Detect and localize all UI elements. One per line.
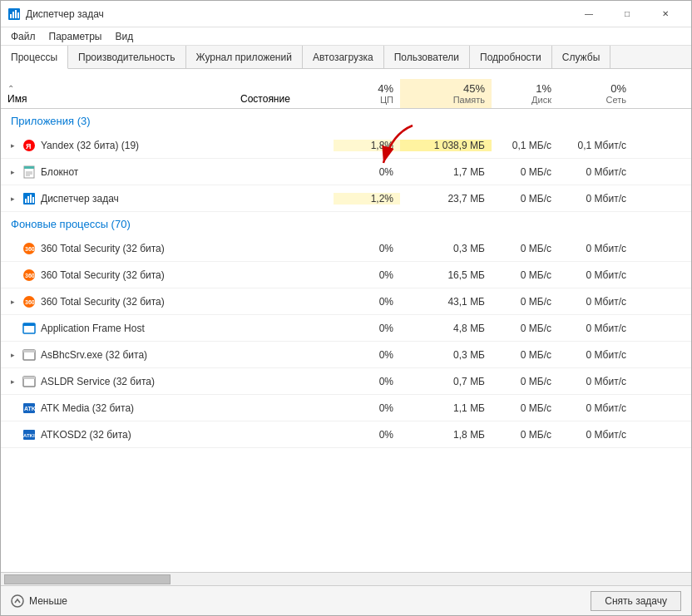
table-row[interactable]: ▸ AsBhcSrv.exe (32 бита) 0% 0,3 МБ 0 МБ/… <box>1 342 691 368</box>
tab-users[interactable]: Пользователи <box>384 46 470 69</box>
table-row[interactable]: ▸ 360 360 Total Security (32 бита) 0% 43… <box>1 288 691 315</box>
end-task-button[interactable]: Снять задачу <box>591 591 681 611</box>
horizontal-scrollbar[interactable] <box>1 572 691 585</box>
col-mem-label: Память <box>453 95 485 105</box>
row-mem-atkosd2: 1,8 МБ <box>400 429 492 441</box>
menu-file[interactable]: Файл <box>4 27 42 46</box>
status-bar: Меньше Снять задачу <box>1 585 691 615</box>
chevron-up-icon <box>11 594 24 608</box>
row-name-asldr: ▸ ASLDR Service (32 бита) <box>1 375 234 388</box>
hscroll-thumb[interactable] <box>4 574 171 584</box>
atkosd2-icon: ATKII <box>22 428 36 441</box>
group-background-header: Фоновые процессы (70) <box>1 212 691 235</box>
row-name-appframe: Application Frame Host <box>1 322 234 335</box>
expand-yandex-btn[interactable]: ▸ <box>7 140 17 150</box>
expand-asbhc-btn[interactable]: ▸ <box>7 350 17 360</box>
title-left: Диспетчер задач <box>7 7 104 21</box>
360security-icon-3: 360 <box>22 295 36 308</box>
row-cpu-notepad: 0% <box>334 166 400 178</box>
col-net-pct: 0% <box>610 82 626 95</box>
svg-text:360: 360 <box>25 299 35 305</box>
row-disk-360-2: 0 МБ/с <box>492 269 558 281</box>
row-cpu-atkmedia: 0% <box>334 402 400 414</box>
menu-view[interactable]: Вид <box>108 27 140 46</box>
table-row[interactable]: ▸ Блокнот 0% <box>1 159 691 185</box>
tab-startup[interactable]: Автозагрузка <box>303 46 384 69</box>
process-name-notepad: Блокнот <box>41 166 78 178</box>
group-background-label: Фоновые процессы (70) <box>11 218 131 230</box>
group-apps-header: Приложения (3) <box>1 109 691 132</box>
expand-notepad-btn[interactable]: ▸ <box>7 167 17 177</box>
row-name-asbhc: ▸ AsBhcSrv.exe (32 бита) <box>1 348 234 362</box>
svg-text:Я: Я <box>26 142 31 150</box>
row-mem-yandex: 1 038,9 МБ <box>400 140 492 151</box>
row-disk-atkosd2: 0 МБ/с <box>492 429 558 441</box>
expand-asldr-btn[interactable]: ▸ <box>7 377 17 387</box>
row-cpu-360-1: 0% <box>334 243 400 254</box>
svg-rect-9 <box>24 166 34 169</box>
col-header-network[interactable]: 0% Сеть <box>558 79 633 108</box>
row-net-notepad: 0 Мбит/с <box>558 166 633 178</box>
task-manager-window: Диспетчер задач — □ ✕ Файл Параметры Вид… <box>0 0 692 616</box>
col-disk-label: Диск <box>531 95 551 105</box>
process-name-appframe: Application Frame Host <box>41 323 145 334</box>
tab-details[interactable]: Подробности <box>470 46 552 69</box>
svg-text:360: 360 <box>25 246 35 252</box>
table-header: ⌃ Имя Состояние 4% ЦП 45% Память 1% Диск… <box>1 69 691 109</box>
close-button[interactable]: ✕ <box>646 1 685 27</box>
process-name-atkosd2: ATKOSD2 (32 бита) <box>41 429 131 441</box>
row-name-atkmedia: ATK ATK Media (32 бита) <box>1 402 234 415</box>
row-net-yandex: 0,1 Мбит/с <box>558 140 633 151</box>
col-header-memory[interactable]: 45% Память <box>400 79 492 108</box>
col-mem-pct: 45% <box>463 82 485 95</box>
less-button[interactable]: Меньше <box>11 594 67 608</box>
expand-taskmgr-btn[interactable]: ▸ <box>7 194 17 204</box>
row-mem-atkmedia: 1,1 МБ <box>400 402 492 414</box>
table-row[interactable]: 360 360 Total Security (32 бита) 0% 16,5… <box>1 262 691 288</box>
row-cpu-360-3: 0% <box>334 296 400 308</box>
appframe-icon <box>22 322 36 335</box>
svg-rect-3 <box>15 10 17 18</box>
row-net-360-3: 0 Мбит/с <box>558 296 633 308</box>
col-header-status[interactable]: Состояние <box>234 90 334 108</box>
tab-processes[interactable]: Процессы <box>1 46 68 69</box>
menu-parameters[interactable]: Параметры <box>42 27 109 46</box>
col-header-name[interactable]: ⌃ Имя <box>1 81 234 108</box>
maximize-button[interactable]: □ <box>608 1 646 27</box>
tab-performance[interactable]: Производительность <box>68 46 185 69</box>
tabs-bar: Процессы Производительность Журнал прило… <box>1 46 691 69</box>
svg-rect-16 <box>30 195 32 203</box>
minimize-button[interactable]: — <box>570 1 608 27</box>
expand-360-3-btn[interactable]: ▸ <box>7 297 17 307</box>
table-row[interactable]: Application Frame Host 0% 4,8 МБ 0 МБ/с … <box>1 315 691 342</box>
table-row[interactable]: ATKII ATKOSD2 (32 бита) 0% 1,8 МБ 0 МБ/с… <box>1 421 691 448</box>
yandex-icon: Я <box>22 139 36 152</box>
svg-text:ATKII: ATKII <box>23 433 36 438</box>
svg-rect-14 <box>25 199 27 203</box>
row-disk-appframe: 0 МБ/с <box>492 323 558 334</box>
row-disk-yandex: 0,1 МБ/с <box>492 140 558 151</box>
row-disk-taskmgr: 0 МБ/с <box>492 193 558 205</box>
process-name-asbhc: AsBhcSrv.exe (32 бита) <box>41 349 147 361</box>
col-header-cpu[interactable]: 4% ЦП <box>334 79 400 108</box>
table-row[interactable]: ▸ Я Yandex (32 бита) (19) 1,8% 1 038,9 М… <box>1 132 691 159</box>
row-net-atkmedia: 0 Мбит/с <box>558 402 633 414</box>
col-disk-pct: 1% <box>536 82 551 95</box>
table-row[interactable]: ▸ ASLDR Service (32 бита) 0% 0,7 МБ 0 МБ… <box>1 368 691 395</box>
process-name-360-3: 360 Total Security (32 бита) <box>41 296 165 308</box>
row-mem-asbhc: 0,3 МБ <box>400 349 492 361</box>
tab-services[interactable]: Службы <box>552 46 610 69</box>
table-row[interactable]: ATK ATK Media (32 бита) 0% 1,1 МБ 0 МБ/с… <box>1 395 691 421</box>
tab-app-history[interactable]: Журнал приложений <box>186 46 303 69</box>
notepad-icon <box>22 165 36 179</box>
row-net-asldr: 0 Мбит/с <box>558 376 633 387</box>
table-row[interactable]: 360 360 Total Security (32 бита) 0% 0,3 … <box>1 235 691 262</box>
col-name-label: Имя <box>7 93 227 105</box>
asbhc-icon <box>22 348 36 362</box>
row-cpu-360-2: 0% <box>334 269 400 281</box>
360security-icon-2: 360 <box>22 269 36 282</box>
table-scroll-container[interactable]: Приложения (3) ▸ Я Yandex (32 бита) (19) <box>1 109 691 572</box>
less-label: Меньше <box>29 595 67 607</box>
col-header-disk[interactable]: 1% Диск <box>492 79 558 108</box>
table-row[interactable]: ▸ Диспетчер задач <box>1 185 691 212</box>
